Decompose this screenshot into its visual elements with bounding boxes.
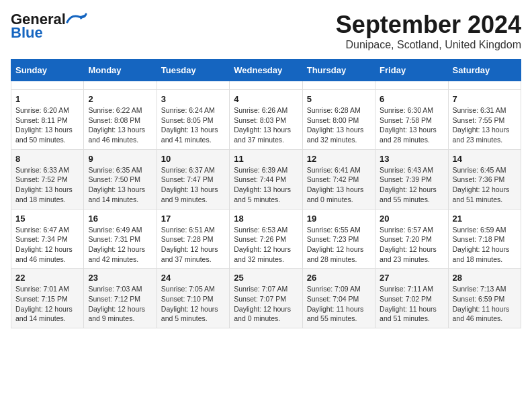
day-detail: Sunrise: 7:09 AM Sunset: 7:04 PM Dayligh… bbox=[307, 284, 371, 324]
table-row: 6Sunrise: 6:30 AM Sunset: 7:58 PM Daylig… bbox=[375, 90, 448, 150]
table-row bbox=[157, 81, 229, 90]
col-thursday: Thursday bbox=[302, 60, 375, 81]
day-detail: Sunrise: 6:47 AM Sunset: 7:34 PM Dayligh… bbox=[15, 225, 79, 265]
day-number: 13 bbox=[380, 154, 443, 164]
day-number: 12 bbox=[307, 154, 371, 164]
day-number: 4 bbox=[234, 94, 298, 104]
day-number: 18 bbox=[234, 214, 298, 224]
table-row bbox=[230, 81, 302, 90]
table-row: 11Sunrise: 6:39 AM Sunset: 7:44 PM Dayli… bbox=[230, 149, 302, 209]
day-detail: Sunrise: 7:11 AM Sunset: 7:02 PM Dayligh… bbox=[380, 284, 443, 324]
day-detail: Sunrise: 6:20 AM Sunset: 8:11 PM Dayligh… bbox=[15, 105, 79, 145]
day-number: 26 bbox=[307, 273, 371, 283]
day-number: 20 bbox=[380, 214, 443, 224]
logo-bird-icon bbox=[66, 13, 87, 26]
day-detail: Sunrise: 7:03 AM Sunset: 7:12 PM Dayligh… bbox=[88, 284, 152, 324]
table-row: 19Sunrise: 6:55 AM Sunset: 7:23 PM Dayli… bbox=[302, 209, 375, 269]
day-detail: Sunrise: 6:30 AM Sunset: 7:58 PM Dayligh… bbox=[380, 105, 443, 145]
day-detail: Sunrise: 6:22 AM Sunset: 8:08 PM Dayligh… bbox=[88, 105, 152, 145]
table-row: 21Sunrise: 6:59 AM Sunset: 7:18 PM Dayli… bbox=[448, 209, 521, 269]
table-row bbox=[375, 81, 448, 90]
day-number: 11 bbox=[234, 154, 298, 164]
table-row: 7Sunrise: 6:31 AM Sunset: 7:55 PM Daylig… bbox=[448, 90, 521, 150]
col-tuesday: Tuesday bbox=[157, 60, 229, 81]
calendar-week-5: 22Sunrise: 7:01 AM Sunset: 7:15 PM Dayli… bbox=[11, 269, 521, 328]
day-detail: Sunrise: 7:01 AM Sunset: 7:15 PM Dayligh… bbox=[15, 284, 79, 324]
table-row bbox=[448, 81, 521, 90]
day-detail: Sunrise: 6:59 AM Sunset: 7:18 PM Dayligh… bbox=[453, 225, 517, 265]
calendar-header-row: Sunday Monday Tuesday Wednesday Thursday… bbox=[11, 60, 521, 81]
table-row bbox=[302, 81, 375, 90]
day-detail: Sunrise: 6:35 AM Sunset: 7:50 PM Dayligh… bbox=[88, 165, 152, 205]
day-detail: Sunrise: 6:33 AM Sunset: 7:52 PM Dayligh… bbox=[15, 165, 79, 205]
day-detail: Sunrise: 6:37 AM Sunset: 7:47 PM Dayligh… bbox=[161, 165, 225, 205]
day-number: 3 bbox=[161, 94, 225, 104]
calendar-table: Sunday Monday Tuesday Wednesday Thursday… bbox=[11, 59, 521, 328]
calendar-week-2: 1Sunrise: 6:20 AM Sunset: 8:11 PM Daylig… bbox=[11, 90, 521, 150]
col-monday: Monday bbox=[84, 60, 157, 81]
day-number: 27 bbox=[380, 273, 443, 283]
day-detail: Sunrise: 6:45 AM Sunset: 7:36 PM Dayligh… bbox=[453, 165, 517, 205]
day-number: 17 bbox=[161, 214, 225, 224]
day-detail: Sunrise: 6:43 AM Sunset: 7:39 PM Dayligh… bbox=[380, 165, 443, 205]
day-detail: Sunrise: 6:31 AM Sunset: 7:55 PM Dayligh… bbox=[453, 105, 517, 145]
day-detail: Sunrise: 6:39 AM Sunset: 7:44 PM Dayligh… bbox=[234, 165, 298, 205]
table-row: 1Sunrise: 6:20 AM Sunset: 8:11 PM Daylig… bbox=[11, 90, 84, 150]
day-detail: Sunrise: 7:13 AM Sunset: 6:59 PM Dayligh… bbox=[453, 284, 517, 324]
table-row: 4Sunrise: 6:26 AM Sunset: 8:03 PM Daylig… bbox=[230, 90, 302, 150]
page-header: General Blue September 2024 Dunipace, Sc… bbox=[11, 11, 521, 51]
table-row: 26Sunrise: 7:09 AM Sunset: 7:04 PM Dayli… bbox=[302, 269, 375, 328]
day-number: 24 bbox=[161, 273, 225, 283]
day-detail: Sunrise: 6:28 AM Sunset: 8:00 PM Dayligh… bbox=[307, 105, 371, 145]
day-number: 1 bbox=[15, 94, 79, 104]
day-detail: Sunrise: 7:07 AM Sunset: 7:07 PM Dayligh… bbox=[234, 284, 298, 324]
col-sunday: Sunday bbox=[11, 60, 84, 81]
table-row: 16Sunrise: 6:49 AM Sunset: 7:31 PM Dayli… bbox=[84, 209, 157, 269]
col-wednesday: Wednesday bbox=[230, 60, 302, 81]
logo: General Blue bbox=[11, 11, 87, 42]
table-row: 13Sunrise: 6:43 AM Sunset: 7:39 PM Dayli… bbox=[375, 149, 448, 209]
col-saturday: Saturday bbox=[448, 60, 521, 81]
day-number: 16 bbox=[88, 214, 152, 224]
table-row: 24Sunrise: 7:05 AM Sunset: 7:10 PM Dayli… bbox=[157, 269, 229, 328]
table-row: 20Sunrise: 6:57 AM Sunset: 7:20 PM Dayli… bbox=[375, 209, 448, 269]
table-row: 14Sunrise: 6:45 AM Sunset: 7:36 PM Dayli… bbox=[448, 149, 521, 209]
day-number: 19 bbox=[307, 214, 371, 224]
day-number: 22 bbox=[15, 273, 79, 283]
month-title: September 2024 bbox=[336, 11, 521, 39]
table-row: 22Sunrise: 7:01 AM Sunset: 7:15 PM Dayli… bbox=[11, 269, 84, 328]
title-area: September 2024 Dunipace, Scotland, Unite… bbox=[336, 11, 521, 51]
day-number: 15 bbox=[15, 214, 79, 224]
day-number: 5 bbox=[307, 94, 371, 104]
table-row: 18Sunrise: 6:53 AM Sunset: 7:26 PM Dayli… bbox=[230, 209, 302, 269]
table-row bbox=[84, 81, 157, 90]
calendar-week-1 bbox=[11, 81, 521, 90]
location-text: Dunipace, Scotland, United Kingdom bbox=[336, 39, 521, 51]
table-row: 23Sunrise: 7:03 AM Sunset: 7:12 PM Dayli… bbox=[84, 269, 157, 328]
day-number: 25 bbox=[234, 273, 298, 283]
calendar-week-4: 15Sunrise: 6:47 AM Sunset: 7:34 PM Dayli… bbox=[11, 209, 521, 269]
col-friday: Friday bbox=[375, 60, 448, 81]
day-detail: Sunrise: 6:57 AM Sunset: 7:20 PM Dayligh… bbox=[380, 225, 443, 265]
table-row: 5Sunrise: 6:28 AM Sunset: 8:00 PM Daylig… bbox=[302, 90, 375, 150]
table-row: 2Sunrise: 6:22 AM Sunset: 8:08 PM Daylig… bbox=[84, 90, 157, 150]
day-number: 14 bbox=[453, 154, 517, 164]
logo-blue: Blue bbox=[11, 24, 43, 42]
table-row: 28Sunrise: 7:13 AM Sunset: 6:59 PM Dayli… bbox=[448, 269, 521, 328]
calendar-week-3: 8Sunrise: 6:33 AM Sunset: 7:52 PM Daylig… bbox=[11, 149, 521, 209]
day-number: 10 bbox=[161, 154, 225, 164]
day-detail: Sunrise: 6:24 AM Sunset: 8:05 PM Dayligh… bbox=[161, 105, 225, 145]
day-number: 8 bbox=[15, 154, 79, 164]
day-detail: Sunrise: 6:49 AM Sunset: 7:31 PM Dayligh… bbox=[88, 225, 152, 265]
day-number: 21 bbox=[453, 214, 517, 224]
day-detail: Sunrise: 6:51 AM Sunset: 7:28 PM Dayligh… bbox=[161, 225, 225, 265]
day-number: 6 bbox=[380, 94, 443, 104]
table-row: 27Sunrise: 7:11 AM Sunset: 7:02 PM Dayli… bbox=[375, 269, 448, 328]
table-row: 15Sunrise: 6:47 AM Sunset: 7:34 PM Dayli… bbox=[11, 209, 84, 269]
table-row: 12Sunrise: 6:41 AM Sunset: 7:42 PM Dayli… bbox=[302, 149, 375, 209]
table-row: 8Sunrise: 6:33 AM Sunset: 7:52 PM Daylig… bbox=[11, 149, 84, 209]
day-detail: Sunrise: 6:26 AM Sunset: 8:03 PM Dayligh… bbox=[234, 105, 298, 145]
day-number: 28 bbox=[453, 273, 517, 283]
table-row bbox=[11, 81, 84, 90]
day-detail: Sunrise: 6:41 AM Sunset: 7:42 PM Dayligh… bbox=[307, 165, 371, 205]
